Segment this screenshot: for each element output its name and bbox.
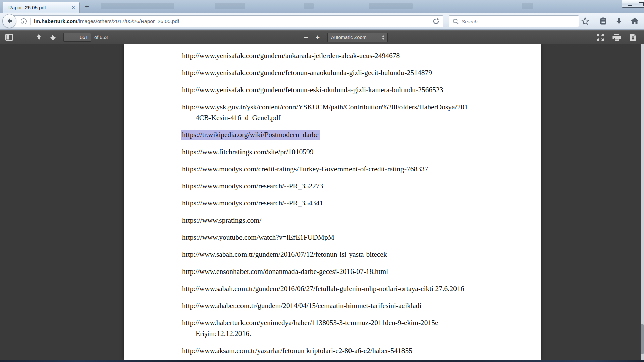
tab-rapor-pdf[interactable]: Rapor_26.05.pdf × (3, 2, 80, 13)
pdf-url-text: http://www.yenisafak.com/gundem/ankarada… (182, 52, 400, 60)
next-page-icon[interactable] (48, 33, 58, 42)
pdf-url-entry: http://www.aksam.com.tr/yazarlar/fetonun… (182, 346, 527, 355)
url-bar[interactable]: im.haberturk.com/images/others/2017/05/2… (9, 15, 443, 27)
pdf-url-text: https://www.youtube.com/watch?v=iEfE1FUD… (182, 233, 334, 241)
pdf-url-text: http://www.sabah.com.tr/gundem/2016/07/1… (182, 250, 387, 258)
window-controls (622, 0, 644, 8)
pdf-url-text: https://www.moodys.com/research/--PR_354… (182, 199, 323, 207)
close-tab-icon[interactable]: × (70, 4, 77, 11)
pdf-url-entry: http://www.haberturk.com/yenimedya/haber… (182, 318, 527, 338)
new-tab-button[interactable]: + (82, 3, 92, 11)
pdf-url-text: https://www.moodys.com/research/--PR_352… (182, 182, 323, 190)
pdf-url-entry: http://www.ensonhaber.com/donanmada-darb… (182, 267, 527, 276)
page-number-input[interactable] (63, 33, 91, 42)
navigation-bar: im.haberturk.com/images/others/2017/05/2… (0, 13, 644, 30)
pdf-url-text: https://www.moodys.com/credit-ratings/Tu… (182, 165, 428, 173)
tab-bar: Rapor_26.05.pdf × + (0, 0, 644, 13)
home-icon[interactable] (630, 17, 639, 25)
browser-window: Rapor_26.05.pdf × + im.haberturk.com/ima… (0, 0, 644, 362)
select-spinner-icon (382, 35, 385, 40)
bookmark-star-icon[interactable] (581, 17, 589, 25)
toolbar-separator (594, 17, 594, 25)
windows-taskbar-edge (0, 360, 644, 362)
pdf-page: http://www.yenisafak.com/gundem/ankarada… (124, 44, 541, 360)
pdf-url-text: http://www.haberturk.com/yenimedya/haber… (182, 319, 438, 327)
url-list: http://www.yenisafak.com/gundem/ankarada… (182, 51, 527, 360)
url-domain: im.haberturk.com (34, 18, 77, 24)
pdf-url-entry: http://www.yenisafak.com/gundem/ankarada… (182, 51, 527, 60)
downloads-icon[interactable] (615, 17, 623, 25)
toolbar-separator (46, 34, 46, 41)
viewer-scrollbar[interactable] (641, 44, 644, 360)
glass-reflection (522, 3, 533, 9)
print-icon[interactable] (612, 33, 621, 41)
download-icon[interactable] (629, 33, 637, 41)
pdf-url-text-wrap: 4CB-Kesin-416_d_Genel.pdf (182, 113, 527, 122)
reload-icon[interactable] (432, 18, 440, 25)
bookmarks-menu-icon[interactable] (599, 17, 607, 25)
pdf-url-text-wrap: Erişim:12.12.2016. (182, 329, 527, 338)
url-path: /images/others/2017/05/26/Rapor_26.05.pd… (77, 18, 179, 24)
pdf-toolbar: of 653 − + Automatic Zoom (0, 30, 644, 45)
presentation-mode-icon[interactable] (596, 33, 604, 41)
pdf-url-entry: http://www.sabah.com.tr/gundem/2016/06/2… (182, 284, 527, 293)
glass-reflection (304, 3, 314, 9)
pdf-url-entry: https://www.fitchratings.com/site/pr/101… (182, 147, 527, 157)
page-count-label: of 653 (94, 35, 108, 40)
glass-reflection (369, 3, 413, 9)
pdf-url-entry: http://www.ysk.gov.tr/ysk/content/conn/Y… (182, 103, 527, 122)
search-input[interactable]: Search (449, 15, 579, 27)
pdf-url-text: http://www.aksam.com.tr/yazarlar/fetonun… (182, 347, 412, 355)
search-placeholder: Search (462, 19, 478, 24)
pdf-url-entry: https://www.youtube.com/watch?v=iEfE1FUD… (182, 233, 527, 242)
minimize-button[interactable] (622, 0, 638, 8)
pdf-url-entry: https://www.moodys.com/research/--PR_354… (182, 199, 527, 208)
pdf-toolbar-right (596, 30, 637, 44)
zoom-level-value: Automatic Zoom (328, 35, 382, 40)
pdf-url-entry: http://www.sabah.com.tr/gundem/2016/07/1… (182, 250, 527, 259)
url-text[interactable]: im.haberturk.com/images/others/2017/05/2… (34, 18, 432, 24)
glass-reflection (215, 3, 245, 9)
page-info-icon[interactable] (20, 18, 27, 25)
search-icon (452, 18, 459, 25)
pdf-url-entry: http://www.ahaber.com.tr/gundem/2014/04/… (182, 301, 527, 310)
pdf-url-entry: https://tr.wikipedia.org/wiki/Postmodern… (182, 130, 527, 139)
pdf-viewer[interactable]: http://www.yenisafak.com/gundem/ankarada… (0, 44, 644, 360)
pdf-url-text: http://www.ensonhaber.com/donanmada-darb… (182, 267, 388, 276)
maximize-button[interactable] (638, 0, 644, 8)
zoom-out-button[interactable]: − (300, 33, 312, 41)
pdf-url-text: https://www.fitchratings.com/site/pr/101… (182, 148, 314, 156)
zoom-controls: − + Automatic Zoom (300, 30, 388, 44)
navbar-icons (581, 15, 644, 27)
scrollbar-thumb[interactable] (641, 324, 644, 354)
zoom-level-select[interactable]: Automatic Zoom (327, 33, 388, 42)
pdf-url-text: http://www.ysk.gov.tr/ysk/content/conn/Y… (182, 103, 468, 111)
zoom-in-button[interactable]: + (312, 33, 323, 41)
pdf-url-text: https://tr.wikipedia.org/wiki/Postmodern… (182, 131, 319, 139)
sidebar-toggle-icon[interactable] (4, 33, 14, 42)
back-button[interactable] (2, 14, 16, 28)
pdf-url-text: http://www.yenisafak.com/gundem/fetonun-… (182, 86, 443, 94)
previous-page-icon[interactable] (34, 33, 44, 42)
pdf-url-entry: https://www.moodys.com/credit-ratings/Tu… (182, 165, 527, 174)
minimize-icon (628, 5, 632, 6)
pdf-url-entry: https://www.spratings.com/ (182, 216, 527, 225)
pdf-url-entry: http://www.yenisafak.com/gundem/fetonun-… (182, 68, 527, 77)
pdf-url-entry: http://www.yenisafak.com/gundem/fetonun-… (182, 85, 527, 95)
pdf-url-entry: https://www.moodys.com/research/--PR_352… (182, 182, 527, 191)
pdf-url-text: http://www.sabah.com.tr/gundem/2016/06/2… (182, 285, 464, 293)
glass-reflection (101, 3, 174, 9)
pdf-url-text: http://www.yenisafak.com/gundem/fetonun-… (182, 69, 432, 77)
tab-title: Rapor_26.05.pdf (3, 5, 70, 10)
url-divider (30, 18, 31, 25)
maximize-icon (639, 2, 644, 6)
pdf-url-text: https://www.spratings.com/ (182, 216, 261, 224)
pdf-url-text: http://www.ahaber.com.tr/gundem/2014/04/… (182, 302, 421, 310)
